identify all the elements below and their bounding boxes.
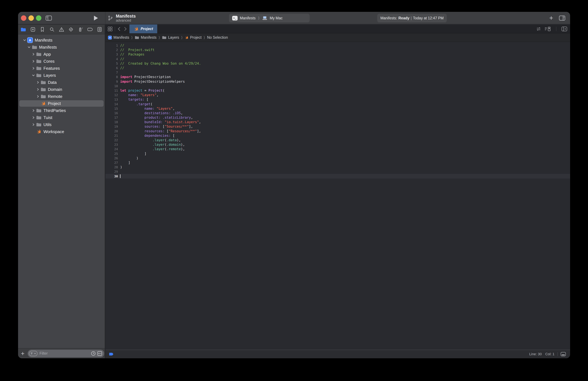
source-editor[interactable]: 1//2// Project.swift3// Packages4//5// C… xyxy=(105,42,570,350)
disclosure-chevron[interactable] xyxy=(36,80,40,85)
code-line[interactable]: 16 destinations: .iOS, xyxy=(105,111,570,115)
folder-icon xyxy=(31,44,38,50)
code-line[interactable]: 11let project = Project( xyxy=(105,88,570,93)
editor-layout-icon[interactable] xyxy=(561,352,566,356)
breadcrumb-item[interactable]: Layers xyxy=(162,35,179,40)
zoom-window-button[interactable] xyxy=(36,15,42,21)
code-line[interactable]: 29 xyxy=(105,169,570,174)
folder-icon xyxy=(36,72,42,78)
tree-row[interactable]: Domain xyxy=(18,86,105,93)
code-line[interactable]: 12 name: "Layers", xyxy=(105,93,570,97)
library-add-button[interactable]: + xyxy=(549,15,553,22)
close-window-button[interactable] xyxy=(21,15,26,21)
breadcrumb-item[interactable]: No Selection xyxy=(207,35,228,40)
disclosure-chevron[interactable] xyxy=(31,115,36,120)
disclosure-chevron[interactable] xyxy=(31,73,36,77)
code-line[interactable]: 21 dependencies: [ xyxy=(105,134,570,138)
code-line[interactable]: 3// Packages xyxy=(105,52,570,57)
code-line[interactable]: 26 ) xyxy=(105,156,570,160)
code-line[interactable]: 22 .layer(.data), xyxy=(105,138,570,142)
code-line[interactable]: 18 bundleId: "io.tuist.Layers", xyxy=(105,120,570,124)
code-line[interactable]: 7 xyxy=(105,70,570,75)
app-icon: A xyxy=(108,36,112,40)
tree-row[interactable]: Manifests xyxy=(18,44,105,51)
related-items-icon[interactable] xyxy=(107,26,113,32)
code-review-icon[interactable] xyxy=(536,26,541,31)
test-navigator[interactable] xyxy=(68,27,74,32)
recent-files-icon[interactable] xyxy=(91,351,96,356)
disclosure-chevron[interactable] xyxy=(22,38,27,42)
code-line[interactable]: 27 ] xyxy=(105,160,570,165)
find-navigator[interactable] xyxy=(49,27,55,32)
tree-row[interactable]: Data xyxy=(18,79,105,86)
breadcrumb-item[interactable]: Project xyxy=(185,35,202,40)
breadcrumb-item[interactable]: AManifests xyxy=(108,35,129,40)
breakpoint-toggle-icon[interactable] xyxy=(109,353,114,356)
disclosure-chevron[interactable] xyxy=(36,94,40,99)
code-line[interactable]: 20 resources: ["Resources/**"], xyxy=(105,129,570,134)
minimize-window-button[interactable] xyxy=(28,15,34,21)
disclosure-chevron[interactable] xyxy=(31,59,36,63)
add-file-button[interactable]: + xyxy=(21,350,24,357)
code-line[interactable]: 19 sources: ["Sources/**"], xyxy=(105,124,570,129)
tree-row[interactable]: Layers xyxy=(18,72,105,79)
code-line[interactable]: 17 product: .staticLibrary, xyxy=(105,115,570,120)
disclosure-chevron[interactable] xyxy=(27,45,31,49)
tree-row[interactable]: Cores xyxy=(18,58,105,65)
issue-navigator[interactable] xyxy=(59,27,64,32)
disclosure-chevron[interactable] xyxy=(31,52,36,56)
code-line[interactable]: 5// Created by Chang Woo Son on 4/29/24. xyxy=(105,61,570,66)
code-line[interactable]: 6// xyxy=(105,66,570,70)
run-button[interactable] xyxy=(93,12,98,24)
tree-row[interactable]: Remote xyxy=(18,93,105,100)
tree-row[interactable]: Utils xyxy=(18,121,105,128)
code-line[interactable]: 2// Project.swift xyxy=(105,48,570,52)
code-line[interactable]: 30 xyxy=(105,174,570,178)
bookmark-navigator[interactable] xyxy=(40,27,45,32)
tree-row[interactable]: Features xyxy=(18,65,105,72)
tree-row[interactable]: Project xyxy=(18,100,105,107)
tree-row[interactable]: ThirdParties xyxy=(18,107,105,114)
tab-project[interactable]: Project xyxy=(129,24,157,33)
breadcrumb-item[interactable]: Manifests xyxy=(135,35,156,40)
source-control-navigator[interactable] xyxy=(30,27,36,32)
code-line[interactable]: 28) xyxy=(105,165,570,169)
breakpoint-navigator[interactable] xyxy=(87,27,93,32)
scm-status-filter-icon[interactable] xyxy=(97,351,102,356)
code-line[interactable]: 9import ProjectDescriptionHelpers xyxy=(105,79,570,84)
go-back-button[interactable] xyxy=(117,26,121,31)
report-navigator[interactable] xyxy=(97,27,102,32)
inspector-toggle-button[interactable] xyxy=(559,16,565,21)
add-editor-button[interactable] xyxy=(562,26,567,31)
project-navigator[interactable] xyxy=(21,27,26,32)
code-line[interactable]: 25 ] xyxy=(105,152,570,156)
disclosure-chevron[interactable] xyxy=(31,130,36,134)
go-forward-button[interactable] xyxy=(123,26,127,31)
code-line[interactable]: 13 targets: [ xyxy=(105,97,570,102)
filter-options-icon[interactable] xyxy=(29,351,38,356)
code-line[interactable]: 1// xyxy=(105,43,570,48)
disclosure-chevron[interactable] xyxy=(31,109,36,112)
tree-row[interactable]: Tuist xyxy=(18,114,105,121)
tree-row[interactable]: A Manifests xyxy=(18,37,105,44)
run-destination[interactable]: My Mac xyxy=(270,16,283,20)
disclosure-chevron[interactable] xyxy=(36,87,40,91)
code-line[interactable]: 10 xyxy=(105,84,570,88)
authors-minimap-icon[interactable] xyxy=(545,26,551,31)
disclosure-chevron[interactable] xyxy=(36,101,40,106)
code-line[interactable]: 8import ProjectDescription xyxy=(105,75,570,79)
tree-row[interactable]: Workspace xyxy=(18,128,105,135)
scheme-name[interactable]: Manifests xyxy=(240,16,255,20)
code-line[interactable]: 24 .layer(.remote), xyxy=(105,147,570,151)
tree-row[interactable]: App xyxy=(18,51,105,58)
code-line[interactable]: 23 .layer(.domain), xyxy=(105,142,570,147)
scheme-selector[interactable]: >_ Manifests ⟩ My Mac xyxy=(229,14,310,22)
disclosure-chevron[interactable] xyxy=(31,66,36,70)
sidebar-toggle-button[interactable] xyxy=(45,12,52,24)
filter-field[interactable]: Filter xyxy=(28,350,104,357)
disclosure-chevron[interactable] xyxy=(31,123,36,127)
code-line[interactable]: 14 .target( xyxy=(105,102,570,106)
code-line[interactable]: 15 name: "Layers", xyxy=(105,106,570,111)
debug-navigator[interactable] xyxy=(78,27,83,32)
code-line[interactable]: 4// xyxy=(105,57,570,61)
